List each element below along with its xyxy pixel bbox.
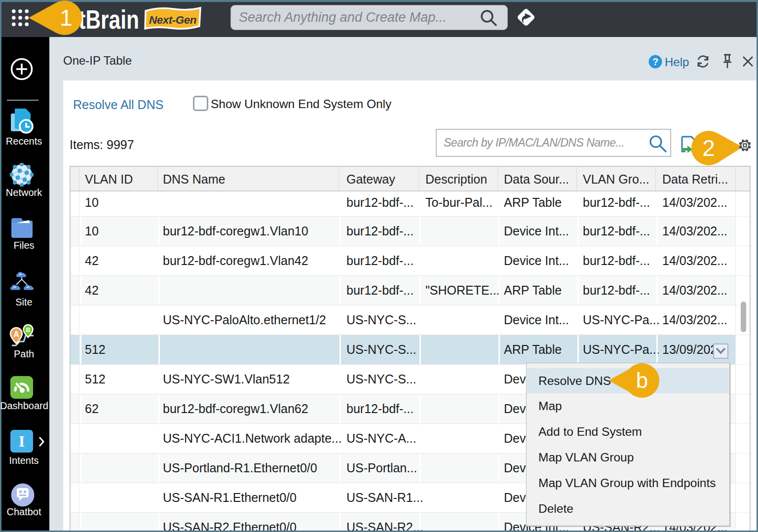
svg-text:I: I bbox=[19, 432, 25, 450]
svg-text:b: b bbox=[636, 368, 648, 392]
svg-text:B: B bbox=[26, 326, 30, 334]
svg-text:A: A bbox=[13, 330, 19, 339]
svg-text:1: 1 bbox=[60, 5, 73, 31]
svg-text:Next-Gen: Next-Gen bbox=[149, 14, 196, 26]
svg-text:?: ? bbox=[652, 56, 658, 67]
svg-text:2: 2 bbox=[702, 135, 715, 161]
